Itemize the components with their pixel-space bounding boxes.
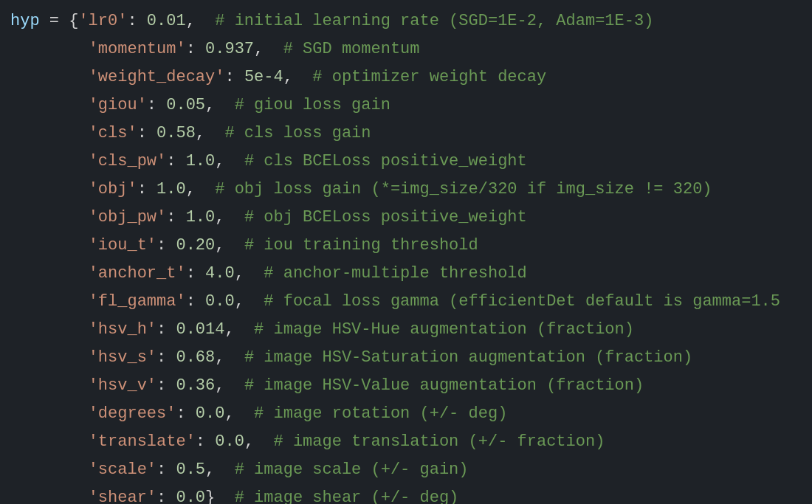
code-line-7: 'obj': 1.0, # obj loss gain (*=img_size/… xyxy=(10,176,802,204)
code-line-16: 'translate': 0.0, # image translation (+… xyxy=(10,428,802,456)
code-line-18: 'shear': 0.0} # image shear (+/- deg) xyxy=(10,484,802,504)
code-line-5: 'cls': 0.58, # cls loss gain xyxy=(10,120,802,148)
code-line-14: 'hsv_v': 0.36, # image HSV-Value augment… xyxy=(10,372,802,400)
code-line-9: 'iou_t': 0.20, # iou training threshold xyxy=(10,232,802,260)
code-line-12: 'hsv_h': 0.014, # image HSV-Hue augmenta… xyxy=(10,316,802,344)
code-line-2: 'momentum': 0.937, # SGD momentum xyxy=(10,35,802,63)
code-editor: hyp = {'lr0': 0.01, # initial learning r… xyxy=(0,0,812,504)
code-line-3: 'weight_decay': 5e-4, # optimizer weight… xyxy=(10,63,802,92)
code-line-15: 'degrees': 0.0, # image rotation (+/- de… xyxy=(10,400,802,428)
code-line-1: hyp = {'lr0': 0.01, # initial learning r… xyxy=(10,7,802,35)
code-line-17: 'scale': 0.5, # image scale (+/- gain) xyxy=(10,456,802,484)
code-line-6: 'cls_pw': 1.0, # cls BCELoss positive_we… xyxy=(10,148,802,176)
code-line-4: 'giou': 0.05, # giou loss gain xyxy=(10,92,802,120)
code-line-11: 'fl_gamma': 0.0, # focal loss gamma (eff… xyxy=(10,288,802,316)
code-line-10: 'anchor_t': 4.0, # anchor-multiple thres… xyxy=(10,260,802,288)
code-line-8: 'obj_pw': 1.0, # obj BCELoss positive_we… xyxy=(10,204,802,232)
code-line-13: 'hsv_s': 0.68, # image HSV-Saturation au… xyxy=(10,344,802,372)
